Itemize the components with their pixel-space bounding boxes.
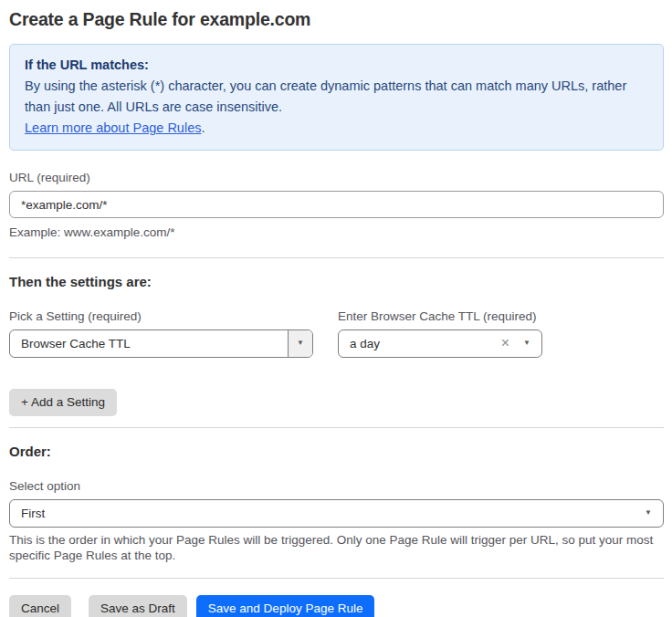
ttl-picker-select[interactable]: a day × ▼ [338,329,542,358]
settings-section-heading: Then the settings are: [9,274,664,289]
order-select-value: First [10,507,645,520]
setting-picker-select[interactable]: Browser Cache TTL ▼ [9,329,313,358]
ttl-picker-field: Enter Browser Cache TTL (required) a day… [338,289,542,358]
save-as-draft-button[interactable]: Save as Draft [89,595,187,617]
setting-picker-value: Browser Cache TTL [10,337,288,350]
settings-row: Pick a Setting (required) Browser Cache … [9,289,664,358]
ttl-picker-label: Enter Browser Cache TTL (required) [338,309,542,323]
order-help-text: This is the order in which your Page Rul… [9,532,664,564]
divider-settings [9,257,664,258]
url-match-info-box: If the URL matches: By using the asteris… [9,44,664,151]
footer-actions: Cancel Save as Draft Save and Deploy Pag… [9,595,664,617]
setting-picker-label: Pick a Setting (required) [9,309,313,323]
url-field-label: URL (required) [9,171,664,184]
order-section-heading: Order: [9,444,664,459]
order-select-label: Select option [9,479,664,493]
add-setting-button[interactable]: + Add a Setting [9,389,117,416]
url-example-help: Example: www.example.com/* [9,225,664,241]
info-box-heading: If the URL matches: [25,55,648,76]
divider-order [9,427,664,428]
clear-icon[interactable]: × [501,336,509,350]
save-and-deploy-button[interactable]: Save and Deploy Page Rule [196,595,375,617]
ttl-picker-value: a day [339,337,501,350]
info-box-link-line: Learn more about Page Rules. [25,118,648,139]
page-title: Create a Page Rule for example.com [9,9,664,30]
page-rule-form: Create a Page Rule for example.com If th… [0,0,672,617]
chevron-down-icon: ▼ [645,509,652,517]
divider-footer [9,578,664,579]
cancel-button[interactable]: Cancel [9,595,71,617]
setting-picker-dropdown-button[interactable]: ▼ [288,330,312,357]
chevron-down-icon: ▼ [297,340,304,347]
order-select[interactable]: First ▼ [9,499,664,528]
url-input[interactable] [9,191,664,218]
setting-picker-field: Pick a Setting (required) Browser Cache … [9,289,313,358]
link-period: . [201,120,205,135]
info-box-body: By using the asterisk (*) character, you… [25,76,648,118]
chevron-down-icon: ▼ [523,340,530,347]
learn-more-link[interactable]: Learn more about Page Rules [25,120,201,135]
